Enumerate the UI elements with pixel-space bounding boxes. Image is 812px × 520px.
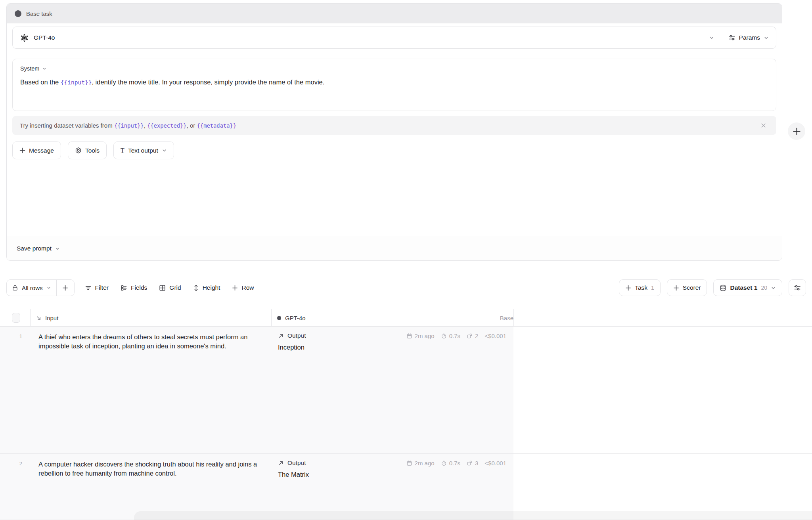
base-column-tag: Base [500,309,513,327]
openai-logo-icon [20,33,29,42]
add-row-button[interactable]: Row [230,281,255,294]
row-cells: 2 A computer hacker discovers the shocki… [0,454,513,520]
model-selector[interactable]: GPT-4o Params [12,27,776,49]
output-value: The Matrix [278,471,506,478]
column-header-input[interactable]: Input [36,309,58,327]
latency: 0.7s [441,333,460,339]
add-message-button[interactable]: Message [12,141,61,159]
hint-text-p1: Try inserting dataset variables from [20,122,114,129]
row-number: 2 [0,454,30,520]
dataset-variables-hint: Try inserting dataset variables from {{i… [12,116,776,135]
run-metadata: 2m ago 0.7s 2 <$0.001 [406,333,506,339]
row-height-button[interactable]: Height [192,281,222,294]
prompt-text[interactable]: Based on the {{input}}, identify the mov… [20,78,768,87]
save-prompt-button[interactable]: Save prompt [7,236,782,260]
task-label: Task [635,284,647,291]
select-all-checkbox[interactable] [12,313,20,323]
composer-buttons: Message Tools T Text output [12,141,776,159]
table-row[interactable]: 2 A computer hacker discovers the shocki… [0,454,812,520]
stopwatch-icon [441,333,447,339]
task-card: Base task GPT-4o [6,3,782,261]
grid-view-button[interactable]: Grid [157,281,182,294]
input-cell[interactable]: A computer hacker discovers the shocking… [30,454,271,520]
text-output-button[interactable]: T Text output [113,141,174,159]
column-divider [30,309,31,326]
dataset-label: Dataset 1 [730,284,757,291]
model-dropdown-chevron[interactable] [703,35,721,40]
model-column-label: GPT-4o [285,315,306,321]
task-title: Base task [26,10,52,17]
dataset-selector[interactable]: Dataset 1 20 [713,279,782,296]
tokens-icon [467,333,473,339]
add-task-button[interactable] [788,122,805,140]
tools-button[interactable]: Tools [68,141,107,159]
hint-var-input: {{input}} [114,122,144,129]
results-grid: Input GPT-4o Base 1 A thief who enters t… [0,309,812,520]
run-metadata: 2m ago 0.7s 3 <$0.001 [406,460,506,466]
plus-icon [673,285,679,291]
filter-button[interactable]: Filter [83,281,110,294]
all-rows-label: All rows [22,285,43,291]
system-message-editor[interactable]: System Based on the {{input}}, identify … [12,59,776,111]
latency: 0.7s [441,460,460,466]
output-cell[interactable]: Output 2m ago 0.7s [271,454,513,520]
plus-icon [19,147,25,153]
grid-toolbar: All rows Filter Fields [0,277,812,298]
task-count: 1 [651,285,654,291]
row-cells: 1 A thief who enters the dreams of other… [0,327,513,453]
hint-var-metadata: {{metadata}} [197,122,237,129]
prompt-text-after: , identify the movie title. In your resp… [92,78,324,86]
dataset-count: 20 [761,285,767,291]
hint-var-expected: {{expected}} [147,122,187,129]
column-divider [513,309,514,326]
grid-icon [159,285,166,291]
text-output-chevron-icon [162,148,167,153]
params-label: Params [739,34,760,41]
row-label: Row [241,284,254,291]
arrow-up-right-icon [278,333,284,339]
rows-scope-control: All rows [6,279,75,296]
system-role-selector[interactable]: System [20,65,768,72]
toolbar-right-group: Task 1 Scorer Dataset 1 20 [619,279,806,296]
arrow-down-right-icon [36,315,42,321]
task-status-dot [15,10,21,17]
task-card-header[interactable]: Base task [7,4,782,23]
plus-icon [793,128,801,135]
output-cell[interactable]: Output 2m ago 0.7s [271,327,513,453]
grid-settings-button[interactable] [789,279,806,296]
database-icon [720,285,726,291]
params-button[interactable]: Params [721,27,776,49]
all-rows-chevron-icon [46,285,51,290]
column-header-model[interactable]: GPT-4o [277,309,306,327]
system-role-chevron-icon [42,66,47,71]
calendar-icon [406,333,412,339]
add-message-label: Message [29,147,54,154]
all-rows-selector[interactable]: All rows [7,280,56,296]
table-row[interactable]: 1 A thief who enters the dreams of other… [0,327,812,454]
save-prompt-chevron-icon [55,246,60,251]
lock-icon [12,285,18,291]
sliders-icon [794,284,801,291]
task-status-dot [277,316,281,320]
add-scorer-button[interactable]: Scorer [667,279,707,296]
height-label: Height [203,284,220,291]
plus-icon [62,285,68,291]
scorer-label: Scorer [683,284,701,291]
filter-label: Filter [95,284,109,291]
add-task-toolbar-button[interactable]: Task 1 [619,279,661,296]
output-value: Inception [278,344,506,351]
grid-header: Input GPT-4o Base [0,309,812,327]
token-count: 3 [467,460,478,466]
prompt-section: System Based on the {{input}}, identify … [7,53,782,260]
plus-icon [232,285,238,291]
hint-sep-1: , [144,122,147,129]
model-selector-value[interactable]: GPT-4o [13,33,703,42]
grid-label: Grid [169,284,181,291]
prompt-text-before: Based on the [20,78,61,86]
text-output-label: Text output [128,147,158,154]
fields-label: Fields [131,284,147,291]
close-icon[interactable] [758,120,769,131]
fields-button[interactable]: Fields [119,281,149,294]
add-scope-button[interactable] [57,280,74,296]
input-cell[interactable]: A thief who enters the dreams of others … [30,327,271,453]
